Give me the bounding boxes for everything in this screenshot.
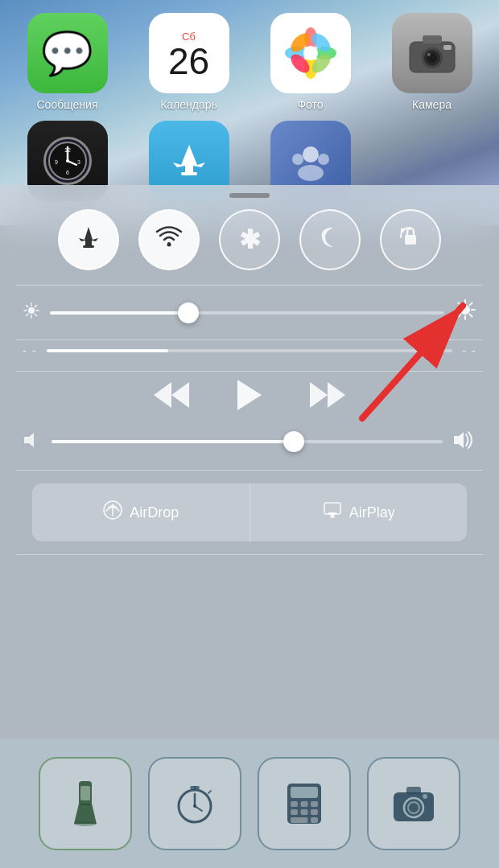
svg-rect-80: [311, 801, 318, 807]
svg-line-45: [27, 314, 28, 315]
brightness-fill: [50, 311, 188, 315]
calendar-date: 26: [168, 43, 209, 80]
fast-forward-button[interactable]: [310, 381, 345, 409]
app-messages[interactable]: 💬 Сообщения: [6, 8, 128, 116]
svg-point-46: [460, 305, 470, 315]
rotation-lock-icon: [397, 224, 424, 257]
svg-rect-12: [423, 35, 442, 43]
app-photos[interactable]: Фото: [250, 8, 371, 116]
airplay-icon: [322, 500, 343, 525]
volume-low-icon: [23, 430, 42, 453]
svg-point-72: [193, 804, 196, 808]
svg-line-51: [459, 303, 461, 306]
svg-line-44: [35, 306, 36, 307]
camera-tool-icon: [392, 784, 435, 823]
media-volume-slider[interactable]: [47, 349, 452, 352]
wifi-icon: [155, 223, 184, 257]
play-button[interactable]: [237, 380, 262, 410]
brightness-slider[interactable]: [50, 311, 444, 315]
svg-rect-35: [405, 235, 416, 245]
rewind-button[interactable]: [154, 381, 189, 409]
brightness-thumb[interactable]: [178, 302, 199, 323]
airdrop-row: AirDrop AirPlay: [32, 483, 467, 541]
tools-row: [0, 739, 499, 868]
flashlight-button[interactable]: [39, 757, 132, 850]
airplane-icon: [75, 224, 102, 257]
svg-point-16: [427, 53, 431, 56]
bluetooth-toggle[interactable]: ✱: [219, 209, 280, 270]
messages-icon: 💬: [27, 13, 108, 93]
airplay-label: AirPlay: [349, 504, 395, 521]
svg-marker-59: [328, 382, 345, 408]
svg-point-29: [298, 165, 324, 181]
svg-line-54: [459, 315, 461, 317]
svg-rect-33: [83, 245, 94, 248]
camera-icon-home: [392, 13, 472, 93]
airplane-mode-toggle[interactable]: [58, 209, 119, 270]
airdrop-airplay-container: AirDrop AirPlay: [0, 471, 499, 554]
svg-marker-55: [171, 382, 189, 408]
rotation-lock-toggle[interactable]: [380, 209, 441, 270]
airplay-button[interactable]: AirPlay: [250, 483, 468, 541]
app-camera[interactable]: Камера: [371, 8, 493, 116]
app-calendar[interactable]: Сб 26 Календарь: [128, 8, 250, 116]
calculator-button[interactable]: [258, 757, 351, 850]
brightness-high-icon: [454, 298, 476, 327]
svg-marker-58: [310, 382, 328, 408]
svg-point-34: [167, 242, 171, 246]
photos-label: Фото: [297, 98, 323, 111]
clock-face: 12 3 6 9: [43, 137, 92, 185]
bluetooth-icon: ✱: [239, 224, 261, 255]
svg-point-37: [28, 307, 35, 314]
separator-5: [16, 554, 483, 555]
control-center: ✱: [0, 185, 499, 868]
svg-rect-83: [311, 809, 318, 815]
calendar-label: Календарь: [160, 98, 217, 111]
svg-line-53: [470, 303, 472, 306]
svg-marker-60: [24, 433, 34, 447]
camera-tool-button[interactable]: [367, 757, 460, 850]
brightness-low-icon: [23, 302, 40, 323]
calculator-icon: [284, 782, 324, 825]
do-not-disturb-toggle[interactable]: [299, 209, 361, 270]
messages-label: Сообщения: [37, 98, 98, 111]
timer-button[interactable]: [148, 757, 241, 850]
svg-line-43: [35, 314, 36, 315]
toggles-row: ✱: [0, 209, 499, 285]
timer-icon: [173, 782, 217, 825]
volume-media-row: - - - -: [0, 340, 499, 371]
airdrop-label: AirDrop: [130, 504, 179, 521]
volume-row: [0, 423, 499, 470]
svg-marker-64: [328, 512, 337, 517]
svg-rect-79: [301, 801, 308, 807]
flashlight-icon: [68, 780, 103, 828]
svg-point-28: [303, 146, 319, 162]
media-controls: [0, 372, 499, 423]
svg-point-9: [303, 46, 318, 60]
svg-rect-17: [443, 45, 452, 50]
calendar-icon: Сб 26: [149, 13, 229, 93]
svg-point-90: [423, 794, 427, 799]
volume-thumb[interactable]: [283, 431, 304, 452]
photos-icon: [270, 13, 351, 93]
svg-text:3: 3: [77, 159, 80, 165]
svg-line-42: [27, 306, 28, 307]
svg-line-52: [470, 315, 472, 317]
svg-point-30: [292, 154, 303, 165]
svg-rect-32: [85, 240, 92, 246]
airdrop-button[interactable]: AirDrop: [32, 483, 250, 541]
svg-marker-56: [154, 382, 171, 408]
svg-marker-57: [237, 380, 262, 410]
svg-rect-27: [181, 172, 197, 175]
volume-slider[interactable]: [52, 440, 443, 443]
svg-point-21: [66, 159, 69, 162]
drag-handle: [229, 193, 270, 198]
svg-rect-81: [291, 809, 298, 815]
svg-rect-84: [291, 817, 308, 823]
svg-marker-61: [454, 432, 464, 448]
svg-rect-82: [301, 809, 308, 815]
svg-point-67: [74, 821, 97, 826]
wifi-toggle[interactable]: [138, 209, 200, 270]
svg-rect-63: [324, 503, 340, 514]
volume-high-icon: [452, 430, 476, 454]
